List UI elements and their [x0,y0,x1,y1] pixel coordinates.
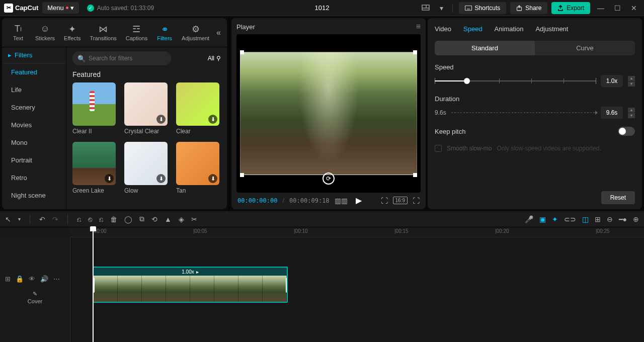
tab-text[interactable]: TIText [6,22,30,43]
minimize-icon[interactable]: — [594,2,607,14]
marker-tool[interactable]: ◯ [124,215,132,223]
filters-dropdown[interactable]: ▸ Filters [2,47,66,63]
chain-tool[interactable]: ⊂⊃ [564,215,576,223]
crop-icon[interactable]: ⛶ [381,197,388,205]
reset-button[interactable]: Reset [601,191,635,204]
duration-slider[interactable] [451,112,596,113]
fullscreen-icon[interactable]: ⛶ [413,197,420,205]
rp-tab-animation[interactable]: Animation [495,23,524,35]
cat-night[interactable]: Night scene [2,187,66,204]
cat-mono[interactable]: Mono [2,134,66,151]
download-icon: ⬇ [208,174,217,183]
zoom-out[interactable]: ⊖ [607,215,613,223]
sync-icon[interactable]: ⟳ [323,173,335,185]
cover-button[interactable]: ✎ Cover [5,291,65,304]
cat-featured[interactable]: Featured [2,63,66,81]
track-visible-icon[interactable]: 👁 [29,275,35,283]
cat-life[interactable]: Life [2,81,66,99]
mic-icon[interactable]: 🎤 [525,215,533,223]
rp-tab-speed[interactable]: Speed [463,23,482,35]
filter-item[interactable]: ⬇Glow [124,142,169,194]
split-right[interactable]: ⎌ [99,215,103,223]
zoom-slider[interactable]: ━● [619,215,627,223]
tab-transitions[interactable]: ⋈Transitions [86,22,120,43]
cat-movies[interactable]: Movies [2,116,66,134]
cat-portrait[interactable]: Portrait [2,151,66,169]
shortcuts-button[interactable]: Shortcuts [459,2,507,14]
speed-slider[interactable] [435,80,596,81]
player-menu-icon[interactable]: ≡ [416,22,421,31]
export-button[interactable]: Export [551,2,590,14]
cat-scenery[interactable]: Scenery [2,99,66,116]
player-panel: Player ≡ ⟳ 00:00:00:00 / 00:00:09:18 ▥▥ … [231,18,426,209]
media-tabs: TIText ☺Stickers ✦Effects ⋈Transitions ☲… [2,18,227,47]
tab-adjustment[interactable]: ⚙Adjustment [178,22,213,43]
rp-tab-video[interactable]: Video [435,23,451,35]
share-button[interactable]: Share [510,2,547,14]
track-expand-icon[interactable]: ⊞ [5,275,11,283]
tab-stickers[interactable]: ☺Stickers [31,22,59,43]
resize-handle[interactable] [240,173,244,177]
layout-icon[interactable] [419,3,433,14]
split-left[interactable]: ⎋ [88,215,92,223]
compare-icon[interactable]: ▥▥ [335,197,348,205]
link-tool[interactable]: ✦ [552,215,558,223]
speed-stepper[interactable]: ▲▼ [628,76,635,87]
duration-value[interactable]: 9.6s [601,107,623,119]
maximize-icon[interactable]: ☐ [611,2,624,14]
smooth-slowmo-row: Smooth slow-mo Only slow-speed videos ar… [435,145,635,152]
align-tool[interactable]: ◫ [582,215,589,223]
close-icon[interactable]: ✕ [628,2,640,14]
mirror-tool[interactable]: ▲ [165,215,172,223]
delete-tool[interactable]: 🗑 [110,215,117,223]
collapse-icon[interactable]: « [214,26,223,39]
copy-tool[interactable]: ⧉ [139,215,144,223]
duration-stepper[interactable]: ▲▼ [628,108,635,118]
timeline-ruler[interactable]: |00:00 |00:05 |00:10 |00:15 |00:20 |00:2… [70,227,644,237]
filter-item[interactable]: ⬇Crystal Clear [124,82,169,135]
zoom-in[interactable]: ⊕ [633,215,639,223]
track-mute-icon[interactable]: 🔊 [40,275,48,283]
filter-item[interactable]: ⬇Clear [176,82,221,135]
flip-tool[interactable]: ◈ [179,215,184,223]
tracks-area[interactable]: 1.00x▸ [70,237,644,342]
menu-button[interactable]: Menu▾ [42,2,79,14]
resize-handle[interactable] [413,50,417,54]
search-input[interactable] [72,51,171,65]
speed-value[interactable]: 1.0x [601,75,623,87]
undo-button[interactable]: ↶ [39,215,45,223]
tab-filters[interactable]: ⚭Filters [152,22,177,43]
resize-handle[interactable] [240,50,244,54]
clip-handle-right[interactable] [286,278,288,293]
download-icon: ⬇ [156,115,166,124]
search-icon: 🔍 [77,55,86,62]
tab-effects[interactable]: ✦Effects [60,22,85,43]
track-more-icon[interactable]: ⋯ [53,275,60,283]
filter-item[interactable]: ⬇Green Lake [72,142,117,194]
filter-item[interactable]: Clear II [72,82,117,135]
crop-tool[interactable]: ✂ [191,215,197,223]
speed-standard[interactable]: Standard [435,41,535,55]
aspect-ratio[interactable]: 16:9 [393,197,408,204]
all-filter-button[interactable]: All ⚲ [208,55,221,62]
magnet-tool[interactable]: ▣ [539,215,546,223]
split-tool[interactable]: ⎌ [77,215,81,223]
video-clip[interactable]: 1.00x▸ [93,267,288,303]
track-tool[interactable]: ⊞ [595,215,601,223]
tab-captions[interactable]: ☲Captions [122,22,151,43]
speed-curve[interactable]: Curve [535,41,635,55]
cat-retro[interactable]: Retro [2,169,66,187]
track-lock-icon[interactable]: 🔒 [16,275,24,283]
preview-area[interactable]: ⟳ [236,34,421,193]
resize-handle[interactable] [413,173,417,177]
playhead[interactable] [93,227,94,342]
rp-tab-adjustment[interactable]: Adjustment [535,23,568,35]
filter-item[interactable]: ⬇Tan [176,142,221,194]
play-button[interactable]: ▶ [356,196,362,205]
redo-button[interactable]: ↷ [52,215,58,223]
rotate-tool[interactable]: ⟲ [151,215,157,223]
chevron-down-icon[interactable]: ▾ [18,216,21,222]
keep-pitch-toggle[interactable] [618,127,635,136]
pointer-tool[interactable]: ↖ [5,215,11,223]
chevron-down-icon[interactable]: ▾ [437,2,446,14]
